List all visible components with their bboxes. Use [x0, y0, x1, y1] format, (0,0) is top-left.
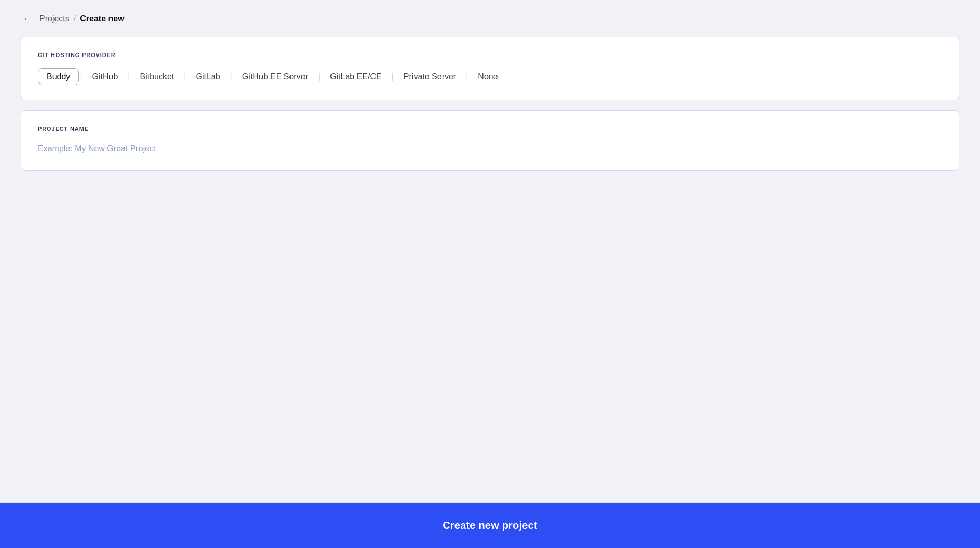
provider-item-buddy: Buddy	[38, 68, 79, 85]
project-name-input[interactable]	[38, 142, 942, 156]
provider-item-github-ee-server: GitHub EE Server	[233, 68, 317, 85]
provider-item-none: None	[469, 68, 506, 85]
provider-btn-buddy[interactable]: Buddy	[38, 68, 79, 85]
breadcrumb-parent[interactable]: Projects	[39, 14, 70, 23]
back-arrow-icon: ←	[23, 12, 33, 24]
provider-divider: |	[392, 72, 394, 81]
provider-item-private-server: Private Server	[395, 68, 465, 85]
provider-item-github: GitHub	[84, 68, 127, 85]
main-content: GIT HOSTING PROVIDER Buddy|GitHub|Bitbuc…	[0, 37, 980, 502]
project-name-label: PROJECT NAME	[38, 125, 942, 132]
back-button[interactable]: ←	[21, 10, 35, 26]
provider-divider: |	[128, 72, 130, 81]
provider-item-gitlab: GitLab	[187, 68, 229, 85]
provider-divider: |	[184, 72, 186, 81]
provider-btn-gitlab[interactable]: GitLab	[187, 68, 229, 85]
provider-btn-github[interactable]: GitHub	[84, 68, 127, 85]
provider-list: Buddy|GitHub|Bitbucket|GitLab|GitHub EE …	[38, 68, 942, 85]
breadcrumb-separator: /	[74, 14, 76, 23]
breadcrumb: ← Projects / Create new	[0, 0, 980, 37]
provider-item-bitbucket: Bitbucket	[131, 68, 183, 85]
footer: Create new project	[0, 502, 980, 548]
provider-divider: |	[230, 72, 232, 81]
provider-btn-bitbucket[interactable]: Bitbucket	[131, 68, 183, 85]
provider-divider: |	[80, 72, 82, 81]
provider-btn-gitlab-ee-ce[interactable]: GitLab EE/CE	[321, 68, 391, 85]
provider-divider: |	[466, 72, 468, 81]
provider-btn-github-ee-server[interactable]: GitHub EE Server	[233, 68, 317, 85]
git-hosting-card: GIT HOSTING PROVIDER Buddy|GitHub|Bitbuc…	[21, 37, 959, 100]
project-name-card: PROJECT NAME	[21, 110, 959, 171]
create-project-button[interactable]: Create new project	[0, 503, 980, 548]
breadcrumb-current: Create new	[80, 14, 124, 23]
provider-btn-none[interactable]: None	[469, 68, 506, 85]
provider-btn-private-server[interactable]: Private Server	[395, 68, 465, 85]
git-hosting-label: GIT HOSTING PROVIDER	[38, 52, 942, 58]
provider-item-gitlab-ee-ce: GitLab EE/CE	[321, 68, 391, 85]
provider-divider: |	[318, 72, 320, 81]
